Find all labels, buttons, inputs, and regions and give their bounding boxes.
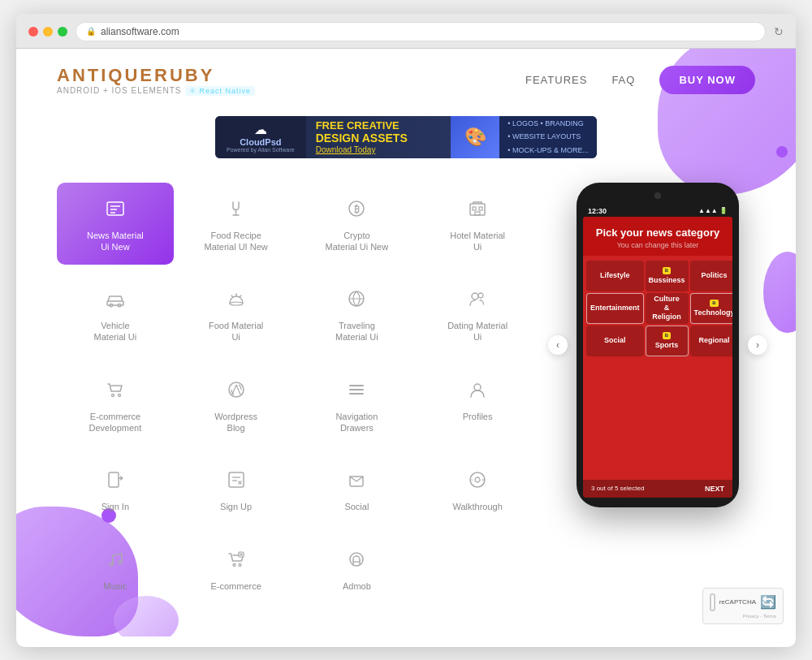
category-0[interactable]: Lifestyle xyxy=(586,261,644,291)
recaptcha-checkbox[interactable] xyxy=(710,593,715,611)
grid-item-social[interactable]: Social xyxy=(299,454,416,524)
grid-item-news[interactable]: News MaterialUi New xyxy=(57,183,174,265)
grid-item-vehicle[interactable]: VehicleMaterial Ui xyxy=(57,273,174,356)
categories-grid: LifestyleBBussinessPoliticsEntertainment… xyxy=(583,256,732,361)
svg-point-19 xyxy=(472,293,478,300)
ecommerce-dev-label: E-commerceDevelopment xyxy=(89,411,141,434)
category-label-0: Lifestyle xyxy=(600,271,630,280)
grid-item-signup[interactable]: Sign Up xyxy=(178,454,295,524)
wordpress-label: WordpressBlog xyxy=(214,411,257,434)
svg-point-27 xyxy=(474,384,481,390)
grid-item-dating[interactable]: Dating MaterialUi xyxy=(419,273,536,356)
traveling-label: TravelingMaterial Ui xyxy=(335,320,378,343)
logo-area: ANTIQUERUBY ANDROID + IOS ELEMENTS ⚛ Rea… xyxy=(57,65,255,96)
grid-item-profiles[interactable]: Profiles xyxy=(419,364,536,446)
cloud-brand-text: CloudPsd xyxy=(240,137,281,147)
grid-item-walkthrough[interactable]: Walkthrough xyxy=(419,454,536,524)
close-button[interactable] xyxy=(28,27,38,37)
browser-chrome: 🔒 aliansoftware.com ↻ xyxy=(16,14,796,49)
category-1[interactable]: BBussiness xyxy=(646,261,689,291)
category-label-7: Sports xyxy=(655,341,679,350)
food-recipe-icon xyxy=(225,197,248,223)
traffic-lights xyxy=(28,27,67,37)
hotel-label: Hotel MaterialUi xyxy=(450,230,505,253)
ad-banner[interactable]: ☁ CloudPsd Powered by Alian Software FRE… xyxy=(215,116,597,158)
phone-next-arrow-button[interactable]: › xyxy=(748,335,767,355)
svg-rect-10 xyxy=(479,207,482,210)
svg-point-20 xyxy=(478,293,483,298)
banner-download-link[interactable]: Download Today xyxy=(316,145,442,154)
phone-screen-title: Pick your news category xyxy=(591,226,724,239)
grid-item-food-material[interactable]: Food MaterialUi xyxy=(178,273,295,356)
grid-item-admob[interactable]: Admob xyxy=(299,533,416,604)
phone-screen-header: Pick your news category You can change t… xyxy=(583,217,732,256)
features-link[interactable]: FEATURES xyxy=(525,74,587,86)
phone-bottom-bar: 3 out of 5 selected NEXT xyxy=(583,480,732,498)
grid-section: News MaterialUi NewFood RecipeMaterial U… xyxy=(57,183,536,604)
recaptcha-label: reCAPTCHA xyxy=(719,598,756,606)
grid-item-food-recipe[interactable]: Food RecipeMaterial UI New xyxy=(178,183,295,265)
svg-point-43 xyxy=(350,553,363,566)
grid-item-navigation[interactable]: NavigationDrawers xyxy=(299,364,416,446)
grid-item-signin[interactable]: Sign In xyxy=(57,454,174,524)
category-7[interactable]: BSports xyxy=(646,326,689,356)
grid-item-hotel[interactable]: Hotel MaterialUi xyxy=(419,183,536,265)
svg-point-36 xyxy=(110,563,113,566)
category-8[interactable]: Regional xyxy=(690,326,732,356)
ecommerce-icon xyxy=(225,548,248,574)
nav-links: FEATURES FAQ BUY NOW xyxy=(525,66,755,94)
category-5[interactable]: BTechnology xyxy=(690,293,732,324)
minimize-button[interactable] xyxy=(43,27,53,37)
category-label-4: Culture&Religion xyxy=(652,295,681,321)
admob-label: Admob xyxy=(343,580,371,592)
grid-item-crypto[interactable]: ₿CryptoMaterial Ui New xyxy=(299,183,416,265)
category-6[interactable]: Social xyxy=(586,326,644,356)
lock-icon: 🔒 xyxy=(86,27,96,36)
faq-link[interactable]: FAQ xyxy=(611,74,635,86)
svg-point-39 xyxy=(239,563,241,566)
grid-item-music[interactable]: Music xyxy=(57,533,174,604)
phone-status-bar: 12:30 ▲▲▲ 🔋 xyxy=(583,205,732,217)
maximize-button[interactable] xyxy=(58,27,67,37)
signin-label: Sign In xyxy=(102,501,129,512)
svg-point-35 xyxy=(471,479,473,481)
header: ANTIQUERUBY ANDROID + IOS ELEMENTS ⚛ Rea… xyxy=(16,49,796,108)
banner-bullets: LOGOS • BRANDING WEBSITE LAYOUTS MOCK-UP… xyxy=(499,116,597,158)
news-label: News MaterialUi New xyxy=(87,230,144,253)
refresh-button[interactable]: ↻ xyxy=(774,25,784,38)
wordpress-icon xyxy=(225,378,248,404)
svg-point-37 xyxy=(119,561,122,564)
grid-item-wordpress[interactable]: WordpressBlog xyxy=(178,364,295,446)
news-icon xyxy=(104,197,127,223)
recaptcha-inner: reCAPTCHA 🔄 xyxy=(710,593,776,611)
url-bar[interactable]: 🔒 aliansoftware.com xyxy=(76,22,766,41)
banner-area: ☁ CloudPsd Powered by Alian Software FRE… xyxy=(16,116,796,158)
phone-screen-subtitle: You can change this later xyxy=(591,241,724,249)
hotel-icon xyxy=(466,197,489,223)
crypto-icon: ₿ xyxy=(345,197,368,223)
signup-icon xyxy=(225,468,248,494)
browser-window: 🔒 aliansoftware.com ↻ ANTIQUERUBY ANDROI… xyxy=(16,14,796,647)
svg-line-16 xyxy=(231,295,233,297)
recaptcha-logo-icon: 🔄 xyxy=(760,594,776,610)
svg-point-38 xyxy=(233,563,235,566)
phone-next-button[interactable]: NEXT xyxy=(705,485,724,493)
powered-by-text: Powered by Alian Software xyxy=(227,147,295,153)
category-2[interactable]: Politics xyxy=(690,261,732,291)
vehicle-label: VehicleMaterial Ui xyxy=(94,320,137,343)
admob-icon xyxy=(345,548,368,574)
category-4[interactable]: Culture&Religion xyxy=(646,293,689,324)
walkthrough-label: Walkthrough xyxy=(452,501,502,512)
category-badge-1: B xyxy=(663,267,671,274)
react-atom-icon: ⚛ xyxy=(189,87,197,95)
phone-prev-button[interactable]: ‹ xyxy=(548,335,568,355)
crypto-label: CryptoMaterial Ui New xyxy=(326,230,389,253)
buy-now-button[interactable]: BUY NOW xyxy=(659,66,755,94)
food-recipe-label: Food RecipeMaterial UI New xyxy=(205,230,268,253)
url-text: aliansoftware.com xyxy=(101,26,179,37)
grid-item-ecommerce-dev[interactable]: E-commerceDevelopment xyxy=(57,364,174,446)
category-3[interactable]: Entertainment xyxy=(586,293,644,324)
grid-item-traveling[interactable]: TravelingMaterial Ui xyxy=(299,273,416,356)
grid-item-ecommerce[interactable]: E-commerce xyxy=(178,533,295,604)
phone-screen: Pick your news category You can change t… xyxy=(583,217,732,498)
